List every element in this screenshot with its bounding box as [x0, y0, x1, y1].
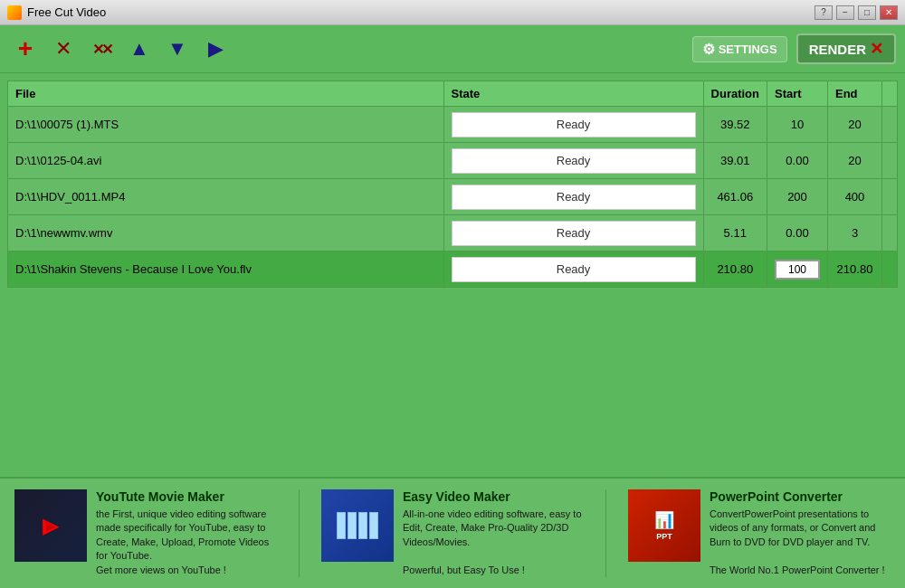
main-content: File State Duration Start End D:\1\00075…	[0, 73, 905, 477]
table-row[interactable]: D:\1\HDV_0011.MP4Ready461.06200400	[8, 179, 898, 215]
add-file-button[interactable]: +	[9, 33, 42, 65]
state-button[interactable]: Ready	[452, 221, 696, 246]
duration-cell: 461.06	[703, 179, 767, 215]
file-column-header: File	[8, 81, 444, 107]
table-row[interactable]: D:\1\Shakin Stevens - Because I Love You…	[8, 251, 898, 288]
play-icon: ▶	[208, 37, 224, 61]
film-frame-1	[337, 512, 346, 539]
play-button[interactable]: ▶	[199, 33, 232, 65]
file-cell: D:\1\HDV_0011.MP4	[8, 179, 444, 215]
ad-item-ppt: 📊 PPT PowerPoint Converter ConvertPowerP…	[628, 489, 891, 577]
film-strip	[337, 512, 378, 539]
ad-title-youtube[interactable]: YouTute Movie Maker	[96, 489, 277, 504]
move-down-button[interactable]: ▼	[161, 33, 194, 65]
maximize-button[interactable]: □	[858, 5, 876, 20]
render-label: RENDER	[809, 42, 866, 57]
start-cell[interactable]: 200	[767, 179, 828, 215]
file-cell: D:\1\Shakin Stevens - Because I Love You…	[8, 251, 444, 288]
settings-button[interactable]: ⚙ SETTINGS	[692, 36, 787, 62]
table-row[interactable]: D:\1\newwmv.wmvReady5.110.003	[8, 215, 898, 251]
ad-divider-1	[299, 489, 300, 577]
render-button[interactable]: RENDER ✕	[796, 33, 896, 64]
file-cell: D:\1\00075 (1).MTS	[8, 107, 444, 143]
xx-icon: ✕✕	[92, 41, 110, 58]
end-cell[interactable]: 20	[828, 143, 882, 179]
state-button[interactable]: Ready	[452, 257, 696, 282]
state-button[interactable]: Ready	[452, 185, 696, 210]
extra-cell	[882, 107, 898, 143]
duration-cell: 39.01	[703, 143, 767, 179]
end-cell[interactable]: 3	[828, 215, 882, 251]
extra-cell	[882, 251, 898, 288]
file-table: File State Duration Start End D:\1\00075…	[7, 81, 898, 288]
video-thumb-image	[321, 489, 394, 562]
state-cell: Ready	[443, 107, 703, 143]
minimize-button[interactable]: −	[836, 5, 854, 20]
close-button[interactable]: ✕	[880, 5, 898, 20]
bottom-ad-section: ▶ YouTute Movie Maker the First, unique …	[0, 477, 905, 588]
start-cell[interactable]: 10	[767, 107, 828, 143]
up-arrow-icon: ▲	[129, 37, 149, 61]
extra-cell	[882, 215, 898, 251]
film-frame-3	[358, 512, 367, 539]
youtube-thumb-image: ▶	[14, 489, 87, 562]
ad-item-youtube: ▶ YouTute Movie Maker the First, unique …	[14, 489, 277, 577]
title-bar-left: Free Cut Video	[7, 5, 106, 20]
ad-title-video[interactable]: Easy Video Maker	[403, 489, 584, 504]
ad-content-ppt: PowerPoint Converter ConvertPowerPoint p…	[710, 489, 891, 577]
start-cell[interactable]: 0.00	[767, 143, 828, 179]
toolbar: + ✕ ✕✕ ▲ ▼ ▶ ⚙ SETTINGS RENDER ✕	[0, 25, 905, 73]
file-cell: D:\1\newwmv.wmv	[8, 215, 444, 251]
plus-icon: +	[18, 34, 33, 63]
toolbar-left: + ✕ ✕✕ ▲ ▼ ▶	[9, 33, 232, 65]
ad-thumbnail-video[interactable]	[321, 489, 394, 562]
end-cell[interactable]: 400	[828, 179, 882, 215]
move-up-button[interactable]: ▲	[123, 33, 156, 65]
ad-title-ppt[interactable]: PowerPoint Converter	[710, 489, 891, 504]
toolbar-right: ⚙ SETTINGS RENDER ✕	[692, 33, 896, 64]
render-icon: ✕	[870, 39, 883, 59]
state-cell: Ready	[443, 179, 703, 215]
duration-cell: 5.11	[703, 215, 767, 251]
down-arrow-icon: ▼	[167, 37, 187, 61]
ad-thumbnail-youtube[interactable]: ▶	[14, 489, 87, 562]
ad-desc-ppt: ConvertPowerPoint presentations to video…	[710, 507, 891, 577]
table-row[interactable]: D:\1\0125-04.aviReady39.010.0020	[8, 143, 898, 179]
extra-column-header	[882, 81, 898, 107]
state-column-header: State	[443, 81, 703, 107]
ad-content-video: Easy Video Maker All-in-one video editin…	[403, 489, 584, 577]
start-cell[interactable]: 0.00	[767, 215, 828, 251]
film-frame-4	[369, 512, 378, 539]
state-cell: Ready	[443, 143, 703, 179]
state-button[interactable]: Ready	[452, 112, 696, 138]
delete-file-button[interactable]: ✕	[47, 33, 80, 65]
delete-all-button[interactable]: ✕✕	[85, 33, 118, 65]
ppt-thumb-text: 📊 PPT	[654, 510, 674, 541]
end-cell[interactable]: 20	[828, 107, 882, 143]
ad-content-youtube: YouTute Movie Maker the First, unique vi…	[96, 489, 277, 577]
window-title: Free Cut Video	[27, 5, 106, 19]
youtube-thumb-icon: ▶	[46, 518, 56, 533]
app-icon	[7, 5, 22, 20]
ad-thumbnail-ppt[interactable]: 📊 PPT	[628, 489, 700, 562]
state-button[interactable]: Ready	[452, 148, 696, 174]
start-column-header: Start	[767, 81, 828, 107]
start-cell[interactable]	[767, 251, 828, 288]
end-column-header: End	[828, 81, 882, 107]
table-row[interactable]: D:\1\00075 (1).MTSReady39.521020	[8, 107, 898, 143]
extra-cell	[882, 179, 898, 215]
title-bar-controls: ? − □ ✕	[814, 5, 898, 20]
x-icon: ✕	[55, 37, 71, 61]
title-bar: Free Cut Video ? − □ ✕	[0, 0, 905, 25]
duration-cell: 39.52	[703, 107, 767, 143]
settings-label: SETTINGS	[719, 43, 777, 56]
table-header-row: File State Duration Start End	[8, 81, 898, 107]
state-cell: Ready	[443, 215, 703, 251]
state-cell: Ready	[443, 251, 703, 288]
start-input[interactable]	[775, 260, 820, 280]
ad-desc-video: All-in-one video editing software, easy …	[403, 507, 584, 577]
end-cell[interactable]: 210.80	[828, 251, 882, 288]
duration-column-header: Duration	[703, 81, 767, 107]
ad-desc-youtube: the First, unique video editing software…	[96, 507, 277, 577]
help-button[interactable]: ?	[814, 5, 833, 20]
